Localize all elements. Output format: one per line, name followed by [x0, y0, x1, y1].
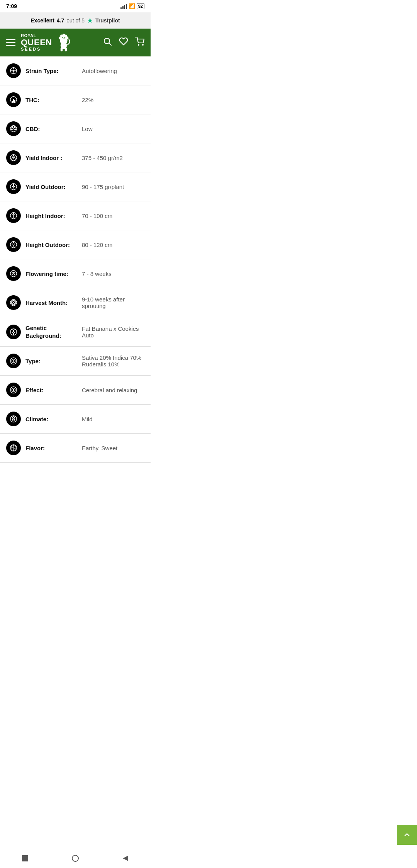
spec-label-genetic-background: GeneticBackground: — [25, 324, 76, 339]
logo-text: ROYAL QUEEN SEEDS — [21, 33, 52, 52]
spec-value-strain-type: Autoflowering — [82, 68, 144, 74]
svg-rect-9 — [64, 48, 66, 51]
spec-row-type: Type: Sativa 20% Indica 70%Ruderalis 10% — [0, 347, 151, 376]
svg-point-6 — [62, 34, 65, 36]
star-icon: ★ — [87, 16, 93, 25]
status-time: 7:09 — [6, 3, 17, 9]
status-bar: 7:09 📶 92 — [0, 0, 151, 12]
svg-point-38 — [13, 242, 14, 243]
spec-value-harvest-month: 9-10 weeks after sprouting — [82, 296, 144, 309]
status-icons: 📶 92 — [120, 3, 144, 9]
logo-queen: QUEEN — [21, 38, 52, 47]
spec-value-flowering-time: 7 - 8 weeks — [82, 271, 144, 277]
spec-row-flowering-time: Flowering time: 7 - 8 weeks — [0, 259, 151, 288]
strain-type-icon — [6, 63, 21, 78]
signal-icon — [120, 3, 127, 9]
flowering-time-icon — [6, 266, 21, 281]
trustpilot-banner: Excellent 4.7 out of 5 ★ Trustpilot — [0, 12, 151, 29]
svg-point-50 — [13, 360, 14, 362]
lion-logo-icon — [54, 33, 73, 52]
spec-value-climate: Mild — [82, 416, 144, 422]
spec-row-climate: Climate: Mild — [0, 405, 151, 434]
spec-row-effect: Effect: Cerebral and relaxing — [0, 376, 151, 405]
wifi-icon: 📶 — [129, 3, 135, 9]
svg-point-15 — [142, 44, 143, 45]
harvest-month-icon — [6, 295, 21, 310]
spec-row-cbd: CBD: Low — [0, 114, 151, 143]
spec-label-effect: Effect: — [25, 387, 76, 393]
spec-row-harvest-month: Harvest Month: 9-10 weeks after sproutin… — [0, 288, 151, 317]
search-icon[interactable] — [103, 37, 112, 48]
rating-value: 4.7 — [57, 17, 64, 24]
svg-rect-8 — [61, 48, 63, 51]
spec-value-thc: 22% — [82, 97, 144, 103]
spec-row-flavor: Flavor: Earthy, Sweet — [0, 434, 151, 463]
spec-value-yield-outdoor: 90 - 175 gr/plant — [82, 184, 144, 190]
logo[interactable]: ROYAL QUEEN SEEDS — [21, 33, 73, 52]
svg-point-10 — [62, 37, 63, 38]
out-of-label: out of 5 — [66, 17, 85, 24]
spec-value-genetic-background: Fat Banana x Cookies Auto — [82, 325, 144, 339]
spec-label-cbd: CBD: — [25, 126, 76, 132]
spec-row-thc: THC: 22% — [0, 85, 151, 114]
spec-label-strain-type: Strain Type: — [25, 68, 76, 74]
battery-icon: 92 — [137, 3, 144, 9]
wishlist-icon[interactable] — [119, 37, 128, 48]
excellent-label: Excellent — [31, 17, 54, 24]
svg-point-14 — [138, 44, 139, 45]
spec-label-yield-indoor: Yield Indoor : — [25, 155, 76, 161]
effect-icon — [6, 383, 21, 397]
svg-point-34 — [13, 184, 14, 186]
thc-icon — [6, 92, 21, 107]
spec-value-flavor: Earthy, Sweet — [82, 445, 144, 451]
svg-rect-25 — [14, 100, 15, 102]
spec-label-yield-outdoor: Yield Outdoor: — [25, 184, 76, 190]
height-outdoor-icon — [6, 237, 21, 252]
genetic-background-icon — [6, 325, 21, 339]
trustpilot-brand: Trustpilot — [95, 17, 120, 24]
spec-label-flowering-time: Flowering time: — [25, 271, 76, 277]
svg-rect-24 — [13, 99, 14, 102]
type-icon — [6, 354, 21, 368]
spec-value-cbd: Low — [82, 126, 144, 132]
spec-value-yield-indoor: 375 - 450 gr/m2 — [82, 155, 144, 161]
cart-icon[interactable] — [135, 37, 144, 48]
nav-left: ROYAL QUEEN SEEDS — [6, 33, 73, 52]
cbd-icon — [6, 121, 21, 136]
flavor-icon — [6, 441, 21, 455]
logo-seeds: SEEDS — [21, 47, 52, 52]
spec-label-thc: THC: — [25, 97, 76, 103]
spec-row-genetic-background: GeneticBackground: Fat Banana x Cookies … — [0, 317, 151, 347]
yield-indoor-icon — [6, 150, 21, 165]
spec-list: Strain Type: Autoflowering THC: 22% CBD:… — [0, 56, 151, 463]
spec-value-type: Sativa 20% Indica 70%Ruderalis 10% — [82, 354, 144, 368]
navbar: ROYAL QUEEN SEEDS — [0, 29, 151, 56]
battery-level: 92 — [138, 4, 143, 9]
spec-label-climate: Climate: — [25, 416, 76, 422]
yield-outdoor-icon — [6, 179, 21, 194]
hamburger-menu-icon[interactable] — [6, 39, 15, 46]
spec-label-height-indoor: Height Indoor: — [25, 213, 76, 219]
svg-point-17 — [12, 70, 15, 72]
spec-value-effect: Cerebral and relaxing — [82, 387, 144, 393]
height-indoor-icon — [6, 208, 21, 223]
svg-point-11 — [64, 37, 65, 38]
spec-label-type: Type: — [25, 358, 76, 364]
nav-right — [103, 37, 144, 48]
spec-row-yield-indoor: Yield Indoor : 375 - 450 gr/m2 — [0, 143, 151, 172]
spec-row-height-outdoor: Height Outdoor: 80 - 120 cm — [0, 230, 151, 259]
spec-value-height-outdoor: 80 - 120 cm — [82, 242, 144, 248]
spec-value-height-indoor: 70 - 100 cm — [82, 213, 144, 219]
spec-row-height-indoor: Height Indoor: 70 - 100 cm — [0, 201, 151, 230]
climate-icon — [6, 412, 21, 426]
svg-line-13 — [109, 43, 112, 46]
spec-label-harvest-month: Harvest Month: — [25, 300, 76, 306]
spec-label-flavor: Flavor: — [25, 445, 76, 451]
spec-row-yield-outdoor: Yield Outdoor: 90 - 175 gr/plant — [0, 172, 151, 201]
spec-label-height-outdoor: Height Outdoor: — [25, 242, 76, 248]
spec-row-strain-type: Strain Type: Autoflowering — [0, 56, 151, 85]
svg-rect-23 — [12, 101, 13, 103]
